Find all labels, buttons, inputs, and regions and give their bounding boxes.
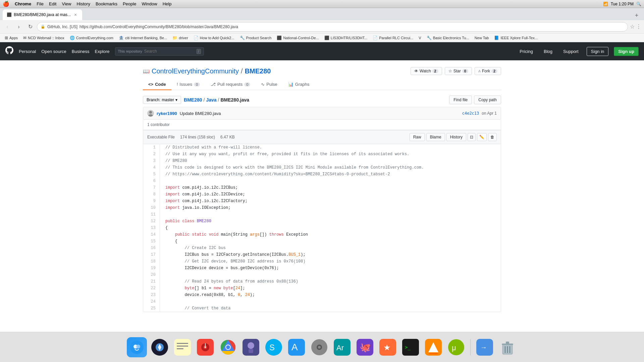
- repo-owner-link[interactable]: ControlEverythingCommunity: [152, 67, 239, 75]
- blame-button[interactable]: Blame: [426, 133, 445, 141]
- commit-hash-link[interactable]: c4e2c13: [462, 111, 479, 116]
- fork-button[interactable]: ⑃ Fork 2: [475, 67, 501, 75]
- history-menu[interactable]: History: [76, 1, 90, 6]
- github-page: Personal Open source Business Explore Th…: [0, 42, 644, 362]
- bookmark-page-icon[interactable]: ☆: [630, 23, 635, 30]
- watch-button[interactable]: 👁 Watch 2: [411, 67, 442, 75]
- dock-trash[interactable]: [497, 337, 518, 357]
- dock-reeder[interactable]: ★: [378, 337, 398, 357]
- branch-selector[interactable]: Branch: master ▾: [143, 96, 181, 104]
- dock-notes[interactable]: [172, 337, 193, 357]
- line-code-22: byte[] b1 = new byte[24];: [165, 285, 501, 292]
- code-line-18: 18 // Get I2C device, BME280 I2C address…: [143, 258, 501, 265]
- bookmark-ieee[interactable]: 📘 IEEE Xplore Full-Tex...: [492, 35, 540, 41]
- dock-music[interactable]: [195, 337, 215, 357]
- bookmark-controleverything[interactable]: 🌐 ControlEverything.com: [68, 35, 115, 41]
- new-tab-button[interactable]: +: [632, 11, 641, 20]
- reload-button[interactable]: ↻: [25, 22, 35, 32]
- dock-vlc[interactable]: [423, 337, 443, 357]
- bookmark-citi[interactable]: 🏦 citi Internet Banking, Be...: [117, 35, 169, 41]
- find-file-button[interactable]: Find file: [449, 96, 472, 104]
- bookmark-new-tab[interactable]: New Tab: [473, 35, 491, 41]
- search-icon[interactable]: 🔍: [636, 2, 641, 6]
- dock-chrome[interactable]: [218, 337, 238, 357]
- gh-blog-link[interactable]: Blog: [541, 49, 555, 54]
- people-menu[interactable]: People: [123, 1, 136, 6]
- file-menu[interactable]: File: [37, 1, 44, 6]
- dock-migration[interactable]: →: [475, 337, 495, 357]
- repo-tabs: <> Code ! Issues 0 ⎇ Pull requests 0 ∿ P…: [143, 79, 501, 90]
- bookmark-lis3dhtr[interactable]: ⬛ LIS3DHTR/LIS3DHT...: [322, 35, 369, 41]
- dock-finder[interactable]: [127, 337, 147, 357]
- star-label: Star: [453, 69, 461, 73]
- tab-graphs[interactable]: 📊 Graphs: [283, 79, 315, 90]
- dock-sysprefs[interactable]: [309, 337, 329, 357]
- tab-issues[interactable]: ! Issues 0: [171, 79, 205, 90]
- window-menu[interactable]: Window: [142, 1, 157, 6]
- copy-path-button[interactable]: Copy path: [474, 96, 501, 104]
- branch-name: master: [162, 98, 174, 102]
- help-menu[interactable]: Help: [163, 1, 172, 6]
- pulse-tab-label: Pulse: [266, 82, 277, 87]
- bookmarks-menu[interactable]: Bookmarks: [96, 1, 117, 6]
- extension-icon[interactable]: ⋮: [636, 23, 641, 30]
- signup-button[interactable]: Sign up: [614, 47, 639, 56]
- dock-alfred[interactable]: [241, 337, 261, 357]
- active-tab[interactable]: ⬛ BME280/BME280.java at mas... ×: [3, 9, 82, 20]
- tab-pulse[interactable]: ∿ Pulse: [256, 79, 283, 90]
- gh-nav-opensource[interactable]: Open source: [41, 49, 66, 54]
- gh-support-link[interactable]: Support: [560, 49, 581, 54]
- code-line-23: 23 device.read(0x88, b1, 0, 24);: [143, 292, 501, 298]
- bookmark-product-search[interactable]: 🔧 Product Search: [238, 35, 274, 41]
- forward-button[interactable]: ›: [14, 22, 23, 32]
- tab-close-button[interactable]: ×: [73, 12, 78, 17]
- delete-file-button[interactable]: 🗑: [488, 133, 497, 141]
- edit-file-button[interactable]: ✏️: [477, 133, 487, 141]
- bookmark-basic-electronics[interactable]: 🔧 Basic Electronics Tu...: [425, 35, 471, 41]
- gh-pricing-link[interactable]: Pricing: [517, 49, 536, 54]
- github-logo[interactable]: [5, 46, 13, 56]
- bookmark-quick2[interactable]: 📄 How to Add Quick2...: [192, 35, 236, 41]
- dock-github-desktop[interactable]: 🐙: [355, 337, 375, 357]
- bookmark-webmail[interactable]: ✉ NCD Webmail :: Inbox: [21, 35, 66, 41]
- tab-pull-requests[interactable]: ⎇ Pull requests 0: [205, 79, 256, 90]
- commit-author-link[interactable]: ryker1990: [157, 111, 177, 116]
- dock-skype[interactable]: S: [264, 337, 284, 357]
- gh-nav-personal[interactable]: Personal: [19, 49, 36, 54]
- dock-appstore[interactable]: A: [286, 337, 307, 357]
- mac-menubar: 🍎 Chrome File Edit View History Bookmark…: [0, 0, 644, 8]
- pr-tab-icon: ⎇: [211, 82, 216, 87]
- app-name-menu[interactable]: Chrome: [15, 1, 31, 6]
- repo-name-link[interactable]: BME280: [245, 67, 271, 75]
- signin-button[interactable]: Sign in: [587, 47, 609, 56]
- gh-nav-explore[interactable]: Explore: [95, 49, 110, 54]
- dock-terminal[interactable]: >_: [400, 337, 421, 357]
- dock-utorrent[interactable]: μ: [446, 337, 466, 357]
- bookmark-ncd[interactable]: ⬛ National-Control-De...: [275, 35, 321, 41]
- bookmark-driver[interactable]: 📁 driver: [170, 35, 190, 41]
- dock-arduino[interactable]: Ar: [332, 337, 352, 357]
- dock-launchpad[interactable]: [150, 337, 170, 357]
- apple-menu[interactable]: 🍎: [3, 1, 9, 7]
- product-search-icon: 🔧: [240, 36, 245, 40]
- browser-actions: ☆ ⋮: [630, 23, 641, 30]
- url-bar[interactable]: 🔒 GitHub, Inc. [US] https://github.com/C…: [37, 22, 628, 32]
- edit-menu[interactable]: Edit: [49, 1, 56, 6]
- view-menu[interactable]: View: [62, 1, 71, 6]
- back-button[interactable]: ‹: [3, 22, 12, 32]
- code-line-11: 11: [143, 211, 501, 218]
- github-search[interactable]: This repository /: [115, 47, 204, 56]
- raw-button[interactable]: Raw: [410, 133, 425, 141]
- bookmark-v[interactable]: V: [417, 35, 423, 41]
- gh-nav-business[interactable]: Business: [72, 49, 90, 54]
- desktop-view-button[interactable]: ⊡: [468, 133, 476, 141]
- breadcrumb-folder-link[interactable]: Java: [206, 97, 216, 103]
- tab-code[interactable]: <> Code: [143, 79, 171, 90]
- bookmark-parallel[interactable]: 📄 Parallel RLC Circui...: [371, 35, 415, 41]
- star-button[interactable]: ☆ Star 0: [445, 67, 472, 75]
- breadcrumb-repo-link[interactable]: BME280: [184, 97, 202, 103]
- history-button[interactable]: History: [446, 133, 466, 141]
- bookmark-apps[interactable]: ⊞ Apps: [3, 35, 20, 41]
- line-number-1: 1: [143, 144, 160, 151]
- search-input[interactable]: [144, 49, 195, 54]
